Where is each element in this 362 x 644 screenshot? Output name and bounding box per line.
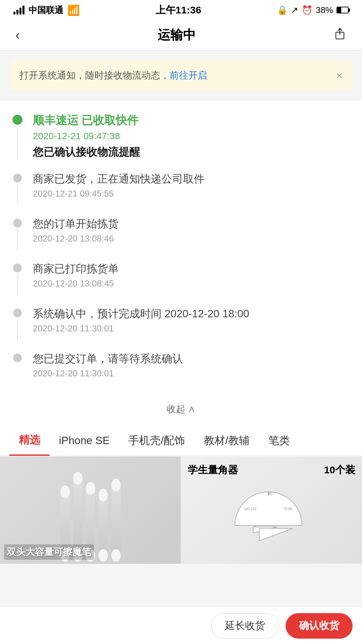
timeline-time-0: 2020-12-21 09:47:38 [33, 131, 350, 142]
notification-banner: 打开系统通知，随时接收物流动态，前往开启 × [9, 60, 353, 91]
timeline-item-2: 您的订单开始拣货 2020-12-20 13:08:46 [0, 217, 362, 262]
product-card-0[interactable]: 双头大容量可擦魔笔 [0, 457, 181, 564]
tab-iphone-se[interactable]: iPhone SE [50, 426, 119, 456]
timeline-item-3: 商家已打印拣货单 2020-12-20 13:08:45 [0, 262, 362, 307]
timeline-dot-4 [13, 309, 22, 317]
timeline-dot-2 [13, 219, 22, 227]
share-button[interactable] [330, 23, 350, 47]
collapse-button[interactable]: 收起 ∧ [167, 404, 196, 414]
nav-bar: ‹ 运输中 [0, 20, 362, 50]
timeline-time-4: 2020-12-20 11:30:01 [33, 323, 350, 334]
timeline-title-2: 您的订单开始拣货 [33, 217, 350, 231]
battery-icon [337, 7, 349, 13]
timeline-title-4: 系统确认中，预计完成时间 2020-12-20 18:00 [33, 307, 350, 321]
location-icon: ↗ [291, 5, 298, 15]
confirm-button[interactable]: 确认收货 [286, 613, 353, 639]
collapse-row[interactable]: 收起 ∧ [0, 397, 362, 426]
timeline-title-5: 您已提交订单，请等待系统确认 [33, 352, 350, 366]
timeline-dot-col [12, 113, 23, 160]
tab-pens[interactable]: 笔类 [259, 426, 299, 456]
alarm-icon: ⏰ [302, 5, 312, 15]
bottom-bar: 延长收货 确认收货 [0, 607, 362, 644]
timeline-dot-1 [13, 174, 22, 182]
category-tabs: 精选 iPhone SE 手机壳/配饰 教材/教辅 笔类 [0, 426, 362, 456]
timeline-title-3: 商家已打印拣货单 [33, 262, 350, 276]
product-card-1[interactable]: 50 90 70 80 100 110 学生量角器 10个装 [181, 457, 362, 564]
wifi-icon: 📶 [67, 4, 80, 16]
timeline-time-2: 2020-12-20 13:08:46 [33, 233, 350, 244]
product-image-1: 50 90 70 80 100 110 学生量角器 10个装 [181, 457, 362, 564]
timeline-time-5: 2020-12-20 11:30:01 [33, 368, 350, 379]
tab-phone-case[interactable]: 手机壳/配饰 [119, 426, 194, 456]
timeline-item-1: 商家已发货，正在通知快递公司取件 2020-12-21 09:45:55 [0, 172, 362, 217]
product-label-0: 双头大容量可擦魔笔 [4, 544, 94, 560]
status-right: 🔒 ↗ ⏰ 38% [277, 5, 349, 15]
product-badge-right-0: 10个装 [324, 463, 355, 477]
timeline-line [17, 127, 18, 160]
timeline-title-0: 顺丰速运 已收取快件 [33, 113, 350, 128]
extend-button[interactable]: 延长收货 [211, 613, 279, 639]
close-icon[interactable]: × [336, 69, 343, 82]
notification-link[interactable]: 前往开启 [170, 70, 207, 80]
lock-icon: 🔒 [277, 5, 288, 15]
product-image-0: 双头大容量可擦魔笔 [0, 457, 181, 564]
notification-text: 打开系统通知，随时接收物流动态，前往开启 [19, 69, 329, 82]
tab-featured[interactable]: 精选 [9, 426, 50, 456]
timeline-dot-5 [13, 354, 22, 362]
timeline-item-4: 系统确认中，预计完成时间 2020-12-20 18:00 2020-12-20… [0, 307, 362, 352]
timeline-desc-0: 您已确认接收物流提醒 [33, 145, 350, 160]
timeline-dot-3 [13, 264, 22, 272]
svg-text:70 80: 70 80 [284, 507, 292, 511]
timeline-dot-active [12, 115, 22, 125]
timeline-item-5: 您已提交订单，请等待系统确认 2020-12-20 11:30:01 [0, 352, 362, 391]
timeline-time-3: 2020-12-20 13:08:45 [33, 278, 350, 289]
timeline-title-1: 商家已发货，正在通知快递公司取件 [33, 172, 350, 186]
status-time: 上午11:36 [156, 3, 201, 17]
tab-textbooks[interactable]: 教材/教辅 [194, 426, 259, 456]
product-grid: 双头大容量可擦魔笔 50 90 70 80 100 110 学 [0, 457, 362, 564]
timeline-content-0: 顺丰速运 已收取快件 2020-12-21 09:47:38 您已确认接收物流提… [33, 113, 350, 160]
timeline: 顺丰速运 已收取快件 2020-12-21 09:47:38 您已确认接收物流提… [0, 101, 362, 397]
timeline-item-0: 顺丰速运 已收取快件 2020-12-21 09:47:38 您已确认接收物流提… [0, 113, 362, 172]
timeline-time-1: 2020-12-21 09:45:55 [33, 189, 350, 199]
battery-label: 38% [316, 5, 333, 15]
svg-text:100 110: 100 110 [244, 507, 256, 511]
signal-icon [13, 6, 24, 14]
carrier-label: 中国联通 [28, 4, 63, 16]
product-badge-0: 学生量角器 [188, 463, 238, 477]
status-left: 中国联通 📶 [13, 4, 80, 16]
status-bar: 中国联通 📶 上午11:36 🔒 ↗ ⏰ 38% [0, 0, 362, 20]
back-button[interactable]: ‹ [12, 24, 23, 46]
page-title: 运输中 [158, 26, 196, 44]
